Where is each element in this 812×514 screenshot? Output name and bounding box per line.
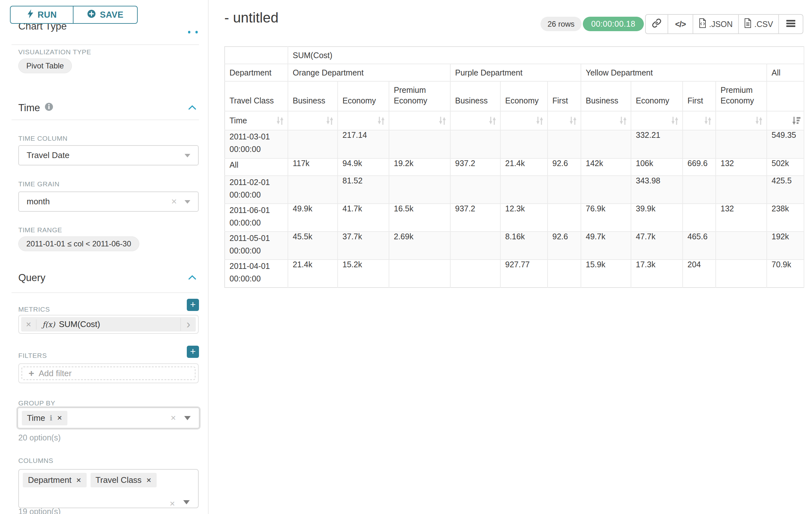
sortable-column-header[interactable] bbox=[288, 111, 338, 130]
add-metric-button[interactable]: + bbox=[187, 299, 199, 311]
field-tag[interactable]: Department✕ bbox=[23, 473, 87, 487]
query-timer-badge: 00:00:00.18 bbox=[583, 17, 644, 31]
pivot-cell: 2.69k bbox=[389, 232, 450, 260]
sortable-column-header[interactable] bbox=[631, 111, 683, 130]
sort-desc-active-icon[interactable] bbox=[791, 116, 801, 126]
chevron-down-icon[interactable] bbox=[183, 500, 190, 504]
group-by-value-area: Timei✕ bbox=[22, 411, 71, 425]
sort-icon[interactable] bbox=[670, 116, 679, 126]
time-section-header: Time bbox=[18, 102, 53, 114]
sort-icon[interactable] bbox=[569, 116, 577, 126]
group-by-select[interactable]: Timei✕ × bbox=[18, 408, 199, 428]
pivot-cell: 217.14 bbox=[338, 130, 389, 158]
info-icon[interactable]: i bbox=[50, 414, 52, 422]
pivot-table-container: SUM(Cost)DepartmentOrange DepartmentPurp… bbox=[224, 46, 804, 288]
columns-value-area: Department✕Travel Class✕ bbox=[23, 478, 161, 484]
info-icon[interactable] bbox=[45, 102, 53, 114]
pivot-cell bbox=[548, 260, 581, 288]
row-axis-time-sortable[interactable]: Time bbox=[225, 111, 288, 130]
pivot-cell bbox=[450, 232, 500, 260]
pivot-cell: 142k bbox=[581, 158, 631, 176]
chart-type-chevron-clipped bbox=[196, 31, 198, 33]
sort-icon[interactable] bbox=[438, 116, 447, 126]
sort-icon[interactable] bbox=[703, 116, 712, 126]
time-range-label: TIME RANGE bbox=[18, 226, 62, 234]
pivot-cell: 106k bbox=[631, 158, 683, 176]
columns-label: COLUMNS bbox=[18, 457, 53, 464]
pivot-cell: 17.3k bbox=[631, 260, 683, 288]
sortable-column-header[interactable] bbox=[450, 111, 500, 130]
sortable-column-header[interactable] bbox=[389, 111, 450, 130]
sort-icon[interactable] bbox=[619, 116, 628, 126]
sortable-column-header[interactable] bbox=[683, 111, 716, 130]
columns-select[interactable]: Department✕Travel Class✕ × bbox=[18, 469, 199, 508]
field-tag[interactable]: Timei✕ bbox=[22, 411, 67, 425]
chevron-right-icon[interactable]: › bbox=[180, 318, 196, 331]
clear-icon[interactable]: × bbox=[171, 413, 176, 423]
sortable-column-header[interactable] bbox=[548, 111, 581, 130]
pivot-cell bbox=[288, 176, 338, 204]
sortable-column-header[interactable] bbox=[716, 111, 767, 130]
pivot-cell: 92.6 bbox=[548, 158, 581, 176]
time-column-select[interactable]: Travel Date bbox=[18, 145, 199, 165]
clear-icon[interactable]: × bbox=[171, 196, 177, 207]
chevron-down-icon[interactable] bbox=[184, 416, 191, 420]
sortable-column-header[interactable] bbox=[338, 111, 389, 130]
pivot-cell: 92.6 bbox=[548, 232, 581, 260]
remove-tag-icon[interactable]: ✕ bbox=[146, 477, 151, 484]
pivot-cell: 49.9k bbox=[288, 204, 338, 232]
row-axis-travel-class: Travel Class bbox=[225, 81, 288, 111]
add-filter-plus-button[interactable]: + bbox=[187, 346, 199, 358]
pivot-cell bbox=[389, 176, 450, 204]
time-collapse-chevron-icon[interactable] bbox=[188, 105, 196, 111]
save-button[interactable]: SAVE bbox=[74, 6, 137, 23]
field-tag[interactable]: Travel Class✕ bbox=[90, 473, 156, 487]
sortable-column-header[interactable] bbox=[767, 111, 804, 130]
remove-tag-icon[interactable]: ✕ bbox=[57, 414, 62, 422]
time-grain-select[interactable]: month × bbox=[18, 191, 199, 212]
row-count-badge: 26 rows bbox=[541, 17, 582, 31]
view-query-button[interactable]: </> bbox=[668, 15, 693, 33]
add-filter-button[interactable]: + Add filter bbox=[22, 367, 196, 380]
query-section-header: Query bbox=[18, 272, 45, 284]
sort-icon[interactable] bbox=[755, 116, 763, 126]
column-header: Economy bbox=[500, 81, 548, 111]
pivot-cell bbox=[450, 130, 500, 158]
sort-icon[interactable] bbox=[325, 116, 334, 126]
run-button[interactable]: RUN bbox=[10, 6, 74, 23]
sort-icon[interactable] bbox=[377, 116, 385, 126]
export-csv-button[interactable]: .CSV bbox=[739, 15, 779, 33]
sort-icon[interactable] bbox=[276, 116, 284, 126]
copy-link-button[interactable] bbox=[646, 15, 668, 33]
pivot-cell bbox=[288, 130, 338, 158]
pivot-row-header: 2011-02-01 00:00:00 bbox=[225, 176, 288, 204]
pivot-corner-cell bbox=[225, 47, 288, 64]
add-filter-label: Add filter bbox=[39, 369, 72, 378]
more-menu-button[interactable] bbox=[779, 15, 803, 33]
query-collapse-chevron-icon[interactable] bbox=[188, 275, 196, 281]
pivot-cell: 465.6 bbox=[683, 232, 716, 260]
pivot-cell: 21.4k bbox=[500, 158, 548, 176]
pivot-cell: 37.7k bbox=[338, 232, 389, 260]
sortable-column-header[interactable] bbox=[500, 111, 548, 130]
pivot-cell bbox=[683, 204, 716, 232]
plus-circle-icon bbox=[87, 9, 96, 21]
time-range-pill[interactable]: 2011-01-01 ≤ col < 2011-06-30 bbox=[18, 237, 139, 251]
time-column-value: Travel Date bbox=[27, 150, 69, 160]
sort-icon[interactable] bbox=[535, 116, 544, 126]
column-group-header: All bbox=[767, 64, 804, 81]
remove-metric-icon[interactable]: × bbox=[21, 319, 37, 330]
remove-tag-icon[interactable]: ✕ bbox=[76, 477, 82, 484]
pivot-cell bbox=[500, 130, 548, 158]
clear-icon[interactable]: × bbox=[170, 498, 175, 509]
pivot-table: SUM(Cost)DepartmentOrange DepartmentPurp… bbox=[224, 46, 804, 288]
column-header: First bbox=[548, 81, 581, 111]
pivot-cell bbox=[716, 232, 767, 260]
chevron-down-icon bbox=[184, 200, 190, 204]
metric-tag[interactable]: × ƒ(x) SUM(Cost) › bbox=[21, 317, 196, 331]
visualization-type-pill[interactable]: Pivot Table bbox=[18, 58, 72, 73]
sortable-column-header[interactable] bbox=[581, 111, 631, 130]
sort-icon[interactable] bbox=[488, 116, 497, 126]
pivot-cell: 192k bbox=[767, 232, 804, 260]
export-json-button[interactable]: .JSON bbox=[693, 15, 739, 33]
